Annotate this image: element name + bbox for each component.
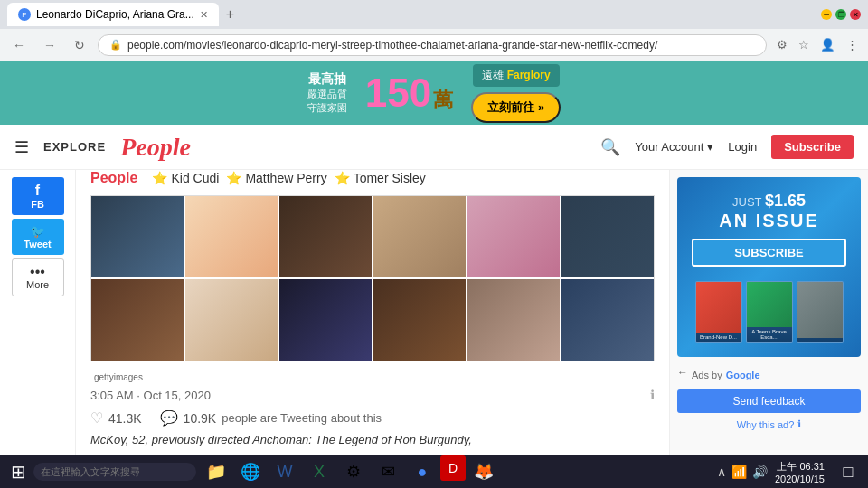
mag-cover-1: Brand-New D... [695, 281, 742, 343]
magazine-covers: Brand-New D... A Teens Brave Esca... [692, 281, 846, 343]
tag-kid-cudi[interactable]: ⭐ Kid Cudi [152, 171, 219, 185]
main-content-area: f FB 🐦 Tweet ••• More People ⭐ Kid Cudi … [0, 170, 868, 488]
tab-title: Leonardo DiCaprio, Ariana Gra... [36, 8, 194, 21]
fb-label: FB [31, 199, 44, 210]
forward-button[interactable]: → [38, 34, 61, 56]
grid-person-1 [91, 196, 184, 277]
star-icon-2: ⭐ [226, 171, 241, 185]
heart-icon: ♡ [90, 409, 103, 427]
extensions-icon[interactable]: ⚙ [774, 35, 790, 54]
photo-grid [90, 195, 655, 361]
taskbar-dictionary[interactable]: D [440, 455, 466, 481]
ad-subscribe-button[interactable]: SUBSCRIBE [692, 239, 846, 267]
retweet-action[interactable]: 💬 10.9K people are Tweeting about this [160, 409, 382, 427]
explore-label: EXPLORE [43, 140, 106, 154]
tweet-action-text: people are Tweeting about this [222, 411, 382, 425]
address-bar[interactable]: 🔒 people.com/movies/leonardo-dicaprio-me… [98, 34, 767, 56]
ad-cta-button[interactable]: 立刻前往 » [471, 92, 561, 123]
bookmark-icon[interactable]: ☆ [796, 35, 812, 54]
grid-person-6 [561, 196, 654, 277]
ad-unit: 萬 [433, 87, 453, 114]
clock[interactable]: 上午 06:31 2020/10/15 [775, 460, 825, 484]
grid-person-11 [467, 279, 560, 361]
taskbar-file-explorer[interactable]: 📁 [200, 455, 232, 488]
grid-person-9 [279, 279, 372, 361]
browser-nav-icons: ⚙ ☆ 👤 ⋮ [774, 35, 861, 54]
close-button[interactable]: ✕ [850, 9, 861, 20]
volume-icon[interactable]: 🔊 [752, 465, 768, 479]
hamburger-menu-button[interactable]: ☰ [14, 137, 29, 157]
more-share-button[interactable]: ••• More [12, 258, 64, 296]
like-action[interactable]: ♡ 41.3K [90, 409, 142, 427]
tag-tomer-sisley[interactable]: ⭐ Tomer Sisley [335, 171, 426, 185]
network-icon[interactable]: 📶 [731, 465, 747, 479]
menu-icon[interactable]: ⋮ [844, 35, 861, 54]
taskbar: ⊞ 📁 🌐 W X ⚙ ✉ ● D 🦊 ∧ 📶 🔊 上午 06:31 2020/… [0, 455, 868, 488]
reload-button[interactable]: ↻ [69, 34, 90, 56]
people-tags: People ⭐ Kid Cudi ⭐ Matthew Perry ⭐ Tome… [90, 170, 655, 186]
grid-person-5 [467, 196, 560, 277]
tweet-timestamp: 3:05 AM · Oct 15, 2020 [90, 389, 211, 402]
taskbar-settings[interactable]: ⚙ [337, 455, 370, 488]
date: 2020/10/15 [775, 474, 825, 484]
your-account-menu[interactable]: Your Account ▾ [635, 140, 713, 154]
search-button[interactable]: 🔍 [600, 137, 620, 157]
article-content: People ⭐ Kid Cudi ⭐ Matthew Perry ⭐ Tome… [76, 170, 669, 488]
header-right: 🔍 Your Account ▾ Login Subscribe [600, 135, 854, 159]
facebook-share-button[interactable]: f FB [12, 177, 64, 215]
grid-person-2 [185, 196, 278, 277]
taskbar-mail[interactable]: ✉ [372, 455, 404, 488]
fb-icon: f [35, 183, 40, 199]
url-text: people.com/movies/leonardo-dicaprio-mery… [127, 39, 657, 52]
tweet-share-button[interactable]: 🐦 Tweet [12, 219, 64, 255]
ad-just-label: JUST $1.65 [692, 192, 846, 211]
grid-person-3 [279, 196, 372, 277]
tag-matthew-perry[interactable]: ⭐ Matthew Perry [226, 171, 326, 185]
ad-right-section: 遠雄 Farglory 立刻前往 » [471, 64, 561, 123]
start-button[interactable]: ⊞ [4, 461, 33, 483]
taskbar-word[interactable]: W [269, 455, 301, 488]
ad-back-arrow[interactable]: ← [677, 366, 688, 379]
taskbar-right: ∧ 📶 🔊 上午 06:31 2020/10/15 □ [717, 455, 864, 488]
retweet-icon: 💬 [160, 409, 178, 427]
info-icon[interactable]: ℹ [650, 388, 655, 402]
taskbar-excel[interactable]: X [303, 455, 335, 488]
window-controls: ─ ❐ ✕ [821, 9, 861, 20]
right-sidebar: JUST $1.65 AN ISSUE SUBSCRIBE Brand-New … [669, 170, 868, 488]
tabs-area: P Leonardo DiCaprio, Ariana Gra... ✕ + [7, 3, 234, 26]
taskbar-search-input[interactable] [33, 463, 196, 481]
ad-an-issue: AN ISSUE [692, 211, 846, 231]
new-tab-button[interactable]: + [226, 6, 234, 23]
tweet-actions: ♡ 41.3K 💬 10.9K people are Tweeting abou… [90, 409, 655, 427]
more-dots-icon: ••• [30, 265, 45, 279]
tab-close-button[interactable]: ✕ [200, 9, 208, 21]
ads-by-google: Ads by Google [692, 370, 760, 380]
mag-cover-2: A Teens Brave Esca... [746, 281, 793, 343]
tweet-label: Tweet [24, 239, 51, 249]
subscription-ad: JUST $1.65 AN ISSUE SUBSCRIBE Brand-New … [677, 177, 861, 357]
restore-button[interactable]: ❐ [835, 9, 846, 20]
more-label: More [26, 279, 49, 290]
title-bar: P Leonardo DiCaprio, Ariana Gra... ✕ + ─… [0, 0, 868, 29]
twitter-icon: 🐦 [30, 224, 45, 239]
tag-matthew-perry-name: Matthew Perry [245, 171, 326, 185]
login-button[interactable]: Login [728, 140, 757, 154]
people-section-link[interactable]: People [90, 170, 137, 186]
getty-images-label: gettyimages [90, 371, 655, 384]
notification-button[interactable]: □ [832, 455, 864, 488]
taskbar-chrome[interactable]: ● [406, 455, 439, 488]
active-tab[interactable]: P Leonardo DiCaprio, Ariana Gra... ✕ [7, 3, 219, 26]
nav-bar: ← → ↻ 🔒 people.com/movies/leonardo-dicap… [0, 29, 868, 61]
star-icon-3: ⭐ [335, 171, 350, 185]
taskbar-edge[interactable]: 🌐 [234, 455, 267, 488]
send-feedback-button[interactable]: Send feedback [677, 389, 861, 413]
taskbar-icons: 📁 🌐 W X ⚙ ✉ ● D 🦊 [200, 455, 500, 488]
minimize-button[interactable]: ─ [821, 9, 832, 20]
back-button[interactable]: ← [7, 34, 31, 56]
profile-icon[interactable]: 👤 [817, 35, 838, 54]
why-this-ad-link[interactable]: Why this ad? ℹ [677, 418, 861, 430]
people-logo[interactable]: People [120, 133, 191, 162]
subscribe-button[interactable]: Subscribe [771, 135, 854, 159]
ad-brand-logo: 遠雄 Farglory [473, 64, 560, 87]
taskbar-firefox[interactable]: 🦊 [467, 455, 500, 488]
